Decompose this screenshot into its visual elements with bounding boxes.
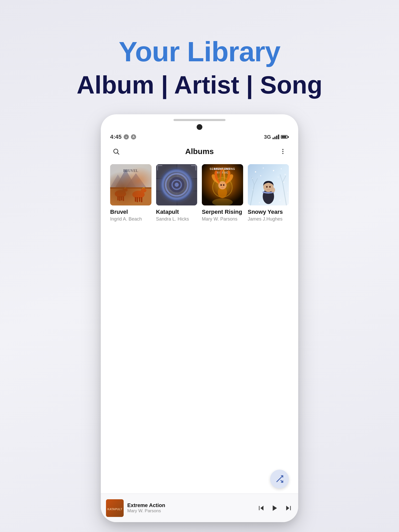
svg-rect-39: [157, 165, 162, 166]
battery-icon: [281, 135, 289, 139]
toolbar-title: Albums: [185, 147, 214, 156]
player-track-name: Extreme Action: [127, 502, 253, 508]
svg-point-62: [266, 186, 268, 188]
album-card-bruvel[interactable]: BRUVEL Bruvel Ingrid A. Beach: [110, 164, 151, 222]
svg-point-35: [165, 174, 188, 196]
album-artist-katapult: Sandra L. Hicks: [156, 216, 197, 222]
svg-marker-84: [273, 505, 277, 511]
svg-marker-9: [125, 173, 146, 187]
album-name-katapult: Katapult: [156, 209, 197, 215]
svg-point-71: [260, 175, 261, 176]
player-prev-button[interactable]: [257, 503, 266, 513]
svg-rect-32: [156, 191, 177, 205]
a-status-icon: A: [131, 134, 136, 139]
signal-label: 3G: [264, 134, 271, 140]
search-icon: [112, 148, 120, 155]
svg-text:SERPENT: SERPENT: [214, 167, 231, 170]
album-card-serpent[interactable]: SERPENT RISING: [202, 164, 243, 222]
svg-point-66: [263, 168, 264, 169]
svg-point-69: [284, 174, 285, 175]
svg-rect-28: [156, 164, 177, 178]
page-background: Your Library Album | Artist | Song 4:45 …: [0, 0, 399, 532]
signal-bar-3: [276, 136, 277, 139]
svg-text:BRUVEL: BRUVEL: [123, 169, 138, 173]
svg-marker-82: [261, 506, 264, 510]
album-card-snowy[interactable]: Snowy Years James J.Hughes: [248, 164, 289, 222]
svg-point-74: [252, 190, 253, 190]
album-name-bruvel: Bruvel: [110, 209, 151, 215]
player-next-button[interactable]: [284, 503, 293, 513]
svg-marker-85: [286, 506, 289, 510]
status-bar: 4:45 ● A 3G: [101, 130, 298, 143]
dot-status-icon: ●: [124, 134, 129, 139]
more-options-button[interactable]: [277, 145, 289, 157]
svg-rect-15: [119, 196, 121, 201]
header-section: Your Library Album | Artist | Song: [0, 0, 399, 115]
album-artist-serpent: Mary W. Parsons: [202, 216, 243, 222]
svg-point-2: [282, 149, 283, 150]
player-album-thumb: KATAPULT: [106, 499, 124, 517]
svg-marker-7: [110, 175, 125, 188]
svg-text:RISING: RISING: [216, 171, 229, 174]
svg-point-38: [175, 183, 179, 187]
album-art-serpent: SERPENT RISING: [202, 164, 243, 205]
album-name-snowy: Snowy Years: [248, 209, 289, 215]
svg-point-76: [279, 200, 280, 201]
svg-point-0: [114, 149, 118, 153]
svg-marker-8: [115, 169, 136, 187]
svg-point-51: [223, 184, 224, 186]
more-vertical-icon: [280, 148, 286, 155]
svg-point-37: [172, 180, 181, 189]
svg-rect-41: [191, 165, 196, 166]
svg-point-18: [123, 188, 128, 192]
album-artist-bruvel: Ingrid A. Beach: [110, 216, 151, 222]
status-left: 4:45 ● A: [110, 134, 136, 140]
svg-point-70: [252, 178, 253, 179]
device-mockup: 4:45 ● A 3G: [101, 114, 298, 522]
camera-dot: [197, 124, 202, 130]
album-art-bruvel: BRUVEL: [110, 164, 151, 205]
svg-point-25: [141, 188, 147, 192]
svg-rect-17: [123, 196, 124, 201]
svg-point-4: [282, 153, 283, 154]
svg-point-75: [259, 202, 260, 203]
svg-rect-5: [110, 164, 151, 205]
svg-point-63: [269, 186, 271, 188]
svg-rect-16: [121, 196, 122, 201]
shuffle-icon: [275, 475, 284, 483]
play-icon: [271, 504, 278, 512]
svg-rect-10: [110, 187, 151, 205]
notch-bar: [174, 119, 225, 121]
search-button[interactable]: [110, 145, 122, 157]
album-art-snowy: [248, 164, 289, 205]
signal-bar-2: [274, 137, 276, 139]
signal-bar-1: [272, 138, 274, 139]
page-title-line2: Album | Artist | Song: [0, 70, 399, 100]
svg-rect-14: [117, 196, 119, 201]
signal-bar-4: [278, 135, 279, 139]
svg-text:KATAPULT: KATAPULT: [108, 508, 122, 511]
signal-bars-icon: [272, 135, 279, 139]
svg-rect-29: [177, 164, 197, 178]
svg-rect-40: [157, 165, 158, 170]
status-right: 3G: [264, 134, 289, 140]
svg-point-65: [255, 171, 256, 172]
svg-point-64: [271, 187, 275, 192]
album-artist-snowy: James J.Hughes: [248, 216, 289, 222]
album-card-katapult[interactable]: Katapult Sandra L. Hicks: [156, 164, 197, 222]
toolbar: Albums: [101, 143, 298, 162]
svg-rect-21: [135, 197, 136, 202]
svg-rect-33: [177, 191, 197, 205]
svg-point-12: [115, 190, 126, 197]
shuffle-fab-button[interactable]: [270, 470, 289, 488]
album-name-serpent: Serpent Rising: [202, 209, 243, 215]
svg-rect-30: [156, 179, 177, 191]
svg-point-3: [282, 151, 283, 152]
svg-line-1: [117, 153, 119, 154]
status-time: 4:45: [110, 134, 122, 140]
svg-point-19: [132, 191, 145, 198]
svg-rect-13: [119, 191, 121, 196]
player-play-button[interactable]: [270, 503, 280, 513]
svg-rect-6: [110, 164, 151, 187]
svg-point-68: [281, 168, 282, 169]
